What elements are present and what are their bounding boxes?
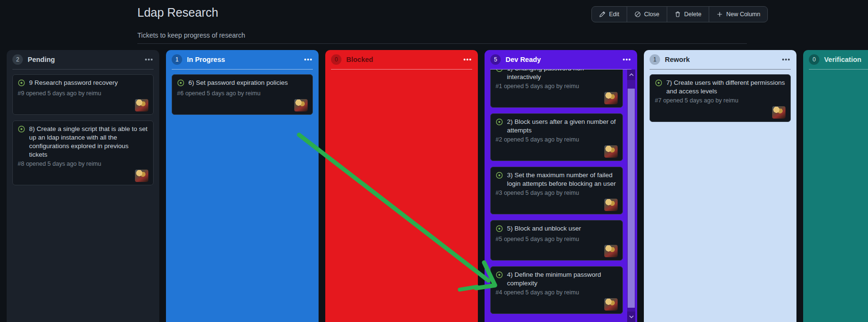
column-menu-button[interactable] [463, 57, 472, 62]
issue-meta: #2 opened 5 days ago by reimu [496, 135, 618, 144]
issue-open-icon [655, 79, 662, 96]
issue-meta: #7 opened 5 days ago by reimu [655, 96, 785, 105]
issue-open-icon [18, 125, 25, 159]
issue-card-5[interactable]: 5) Block and unblock user #5 opened 5 da… [490, 220, 623, 261]
close-button-label: Close [644, 11, 660, 18]
column-menu-button[interactable] [303, 57, 313, 62]
issue-title: 6) Set password expiration policies [188, 79, 288, 89]
issue-open-icon [496, 70, 503, 81]
plus-icon [716, 11, 723, 18]
avatar-reimu[interactable] [135, 170, 148, 182]
avatar-reimu[interactable] [604, 145, 618, 158]
issue-title: 1) Changing password non interactively [507, 70, 618, 81]
issue-meta: #3 opened 5 days ago by reimu [496, 189, 618, 198]
column-verification: 0 Verification [803, 50, 868, 322]
cards-list: 1) Changing password non interactively #… [485, 70, 637, 322]
cards-list [803, 70, 868, 79]
column-count-badge: 1 [172, 54, 182, 65]
column-count-badge: 1 [650, 54, 660, 65]
issue-open-icon [496, 271, 503, 288]
new-column-button[interactable]: New Column [709, 7, 768, 22]
delete-button[interactable]: Delete [667, 7, 709, 22]
header-divider [137, 43, 747, 44]
page-subtitle: Tickets to keep progress of research [137, 31, 245, 39]
column-scrollbar[interactable] [627, 70, 635, 322]
issue-meta: #5 opened 5 days ago by reimu [496, 235, 618, 244]
issue-title: 3) Set the maximum number of failed logi… [507, 171, 618, 188]
issue-meta: #4 opened 5 days ago by reimu [496, 288, 618, 297]
column-count-badge: 0 [331, 54, 341, 65]
issue-card-3[interactable]: 3) Set the maximum number of failed logi… [490, 167, 623, 214]
delete-button-label: Delete [684, 11, 702, 18]
issue-meta: #8 opened 5 days ago by reimu [18, 160, 148, 169]
edit-button[interactable]: Edit [592, 7, 627, 22]
kanban-app: Ldap Research Tickets to keep progress o… [0, 0, 868, 322]
avatar-reimu[interactable] [294, 99, 308, 111]
issue-title: 5) Block and unblock user [507, 224, 581, 234]
avatar-reimu[interactable] [604, 298, 618, 311]
issue-open-icon [496, 118, 503, 135]
column-title: Pending [28, 56, 139, 63]
close-button[interactable]: Close [627, 7, 667, 22]
column-count-badge: 2 [12, 54, 23, 65]
chevron-up-icon [629, 73, 634, 76]
avatar-reimu[interactable] [772, 106, 785, 119]
issue-card-7[interactable]: 7) Create users with different permissio… [650, 74, 791, 122]
cards-list: 9 Research password recovery #9 opened 5… [7, 70, 159, 190]
issue-card-4[interactable]: 4) Define the minimum password complexit… [490, 266, 623, 314]
issue-card-1[interactable]: 1) Changing password non interactively #… [490, 70, 623, 108]
scroll-down-button[interactable] [627, 312, 635, 322]
page-title: Ldap Research [137, 6, 218, 20]
chevron-down-icon [629, 315, 634, 318]
issue-title: 4) Define the minimum password complexit… [507, 271, 618, 288]
column-menu-button[interactable] [622, 57, 631, 62]
column-header: 0 Verification [803, 50, 868, 69]
column-count-badge: 5 [490, 54, 501, 65]
new-column-button-label: New Column [726, 11, 761, 18]
cards-list: 7) Create users with different permissio… [644, 70, 796, 127]
column-pending: 2 Pending 9 Research password recovery #… [7, 50, 159, 322]
issue-card-6[interactable]: 6) Set password expiration policies #6 o… [172, 74, 313, 115]
issue-meta: #6 opened 5 days ago by reimu [177, 89, 308, 98]
column-count-badge: 0 [809, 54, 819, 65]
issue-open-icon [496, 171, 503, 188]
column-title: Blocked [346, 56, 458, 63]
avatar-reimu[interactable] [604, 92, 618, 104]
avatar-reimu[interactable] [135, 99, 148, 111]
column-blocked: 0 Blocked [325, 50, 478, 322]
board-toolbar: Edit Close Delete New Column [591, 6, 768, 22]
issue-meta: #1 opened 5 days ago by reimu [496, 82, 618, 91]
pencil-icon [599, 11, 606, 18]
cards-list [325, 70, 478, 79]
edit-button-label: Edit [609, 11, 620, 18]
column-menu-button[interactable] [144, 57, 154, 62]
column-dev-ready: 5 Dev Ready 1) Changing password non int… [485, 50, 637, 322]
issue-title: 9 Research password recovery [29, 79, 118, 89]
circle-slash-icon [634, 11, 641, 18]
column-in-progress: 1 In Progress 6) Set password expiration… [166, 50, 319, 322]
column-rework: 1 Rework 7) Create users with different … [644, 50, 796, 322]
issue-title: 8) Create a single script that is able t… [29, 125, 148, 159]
issue-card-2[interactable]: 2) Block users after a given number of a… [490, 113, 623, 161]
scrollbar-thumb[interactable] [628, 89, 635, 308]
issue-open-icon [496, 225, 503, 234]
column-title: Rework [665, 56, 776, 63]
board: 2 Pending 9 Research password recovery #… [7, 50, 868, 322]
column-header: 0 Blocked [325, 50, 478, 69]
column-title: Dev Ready [506, 56, 617, 63]
issue-meta: #9 opened 5 days ago by reimu [18, 89, 148, 98]
issue-title: 2) Block users after a given number of a… [507, 118, 618, 135]
column-title: Verification [824, 56, 868, 63]
issue-card-9[interactable]: 9 Research password recovery #9 opened 5… [12, 74, 154, 115]
cards-list: 6) Set password expiration policies #6 o… [166, 70, 319, 120]
issue-open-icon [177, 79, 185, 89]
avatar-reimu[interactable] [604, 199, 618, 211]
issue-card-8[interactable]: 8) Create a single script that is able t… [12, 121, 154, 185]
avatar-reimu[interactable] [604, 245, 618, 257]
column-header: 1 In Progress [166, 50, 319, 69]
column-menu-button[interactable] [781, 57, 791, 62]
issue-title: 7) Create users with different permissio… [666, 79, 785, 96]
trash-icon [674, 11, 681, 18]
scroll-up-button[interactable] [627, 70, 635, 80]
column-header: 1 Rework [644, 50, 796, 69]
